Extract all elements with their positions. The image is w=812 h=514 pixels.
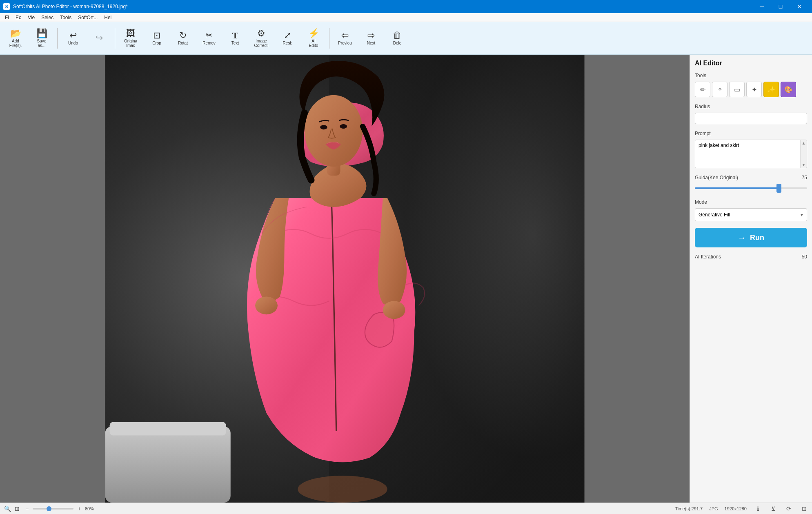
panel-title: AI Editor — [695, 60, 807, 67]
original-image-icon: 🖼 — [126, 29, 135, 38]
photo-canvas — [0, 55, 690, 503]
resize-label: Resi: — [283, 41, 292, 45]
rotate-button[interactable]: ↻ Rotat — [171, 24, 195, 53]
menu-tools[interactable]: Tools — [57, 14, 75, 21]
magic-wand-icon: ✦ — [752, 86, 757, 93]
original-image-button[interactable]: 🖼 OriginaImac — [118, 24, 143, 53]
crop-icon: ⊡ — [153, 31, 160, 40]
previous-label: Previou — [338, 41, 352, 45]
iterations-label: AI Iterations — [695, 254, 721, 260]
ai-editor-button[interactable]: ⚡ AIEdito — [301, 24, 326, 53]
window-title: SoftOrbits AI Photo Editor - woman-97088… — [13, 4, 128, 9]
save-as-button[interactable]: 💾 Saveas... — [29, 24, 54, 53]
save-icon: 💾 — [36, 29, 47, 38]
menu-view[interactable]: Vie — [24, 14, 38, 21]
undo-button[interactable]: ↩ Undo — [61, 24, 85, 53]
svg-point-6 — [305, 95, 363, 167]
format-label: JPG — [709, 506, 718, 511]
canvas-area[interactable] — [0, 55, 690, 503]
svg-point-10 — [383, 301, 405, 319]
ai-editor-label: AIEdito — [309, 39, 318, 48]
text-label: Text — [231, 41, 239, 45]
menu-softorbits[interactable]: SoftOrt... — [75, 14, 101, 21]
crop-label: Crop — [152, 41, 161, 45]
zoom-percent: 80% — [85, 506, 94, 511]
add-files-icon: 📂 — [10, 29, 21, 38]
scroll-up-arrow[interactable]: ▲ — [802, 141, 806, 145]
tools-row: ✏ ⌖ ▭ ✦ ✨ 🎨 — [695, 82, 807, 97]
toolbar: 📂 AddFile(s). 💾 Saveas... ↩ Undo ↪ 🖼 Ori… — [0, 22, 812, 55]
zoom-controls: 🔍 ⊞ − + 80% — [3, 505, 94, 513]
scroll-down-arrow[interactable]: ▼ — [802, 162, 806, 167]
guidance-slider-track[interactable] — [695, 184, 807, 193]
original-image-label: OriginaImac — [124, 39, 137, 48]
zoom-minus-button[interactable]: − — [23, 505, 31, 513]
previous-button[interactable]: ⇦ Previou — [333, 24, 357, 53]
sparkle-tool[interactable]: ✨ — [763, 82, 779, 97]
main-area: AI Editor Tools ✏ ⌖ ▭ ✦ ✨ 🎨 Ra — [0, 55, 812, 503]
guidance-header: Guida(Kee Original) 75 — [695, 175, 807, 180]
add-files-label: AddFile(s). — [9, 39, 22, 48]
ai-editor-icon: ⚡ — [308, 29, 319, 38]
brush-tool[interactable]: ✏ — [695, 82, 710, 97]
window-controls: ─ □ ✕ — [752, 0, 809, 13]
separator-3 — [329, 28, 329, 49]
run-button[interactable]: → Run — [695, 228, 807, 247]
lasso-icon: ⌖ — [718, 86, 722, 93]
palette-tool[interactable]: 🎨 — [781, 82, 796, 97]
magic-wand-tool[interactable]: ✦ — [746, 82, 762, 97]
text-icon: T — [232, 31, 238, 40]
zoom-fit-button[interactable]: 🔍 — [3, 505, 11, 513]
add-files-button[interactable]: 📂 AddFile(s). — [3, 24, 28, 53]
zoom-slider[interactable] — [33, 508, 73, 510]
status-right: Time(s):291.7 JPG 1920x1280 ℹ ⊻ ⟳ ⊡ — [675, 504, 809, 513]
menu-select[interactable]: Selec — [38, 14, 57, 21]
guidance-slider-thumb[interactable] — [776, 184, 781, 193]
image-correction-button[interactable]: ⚙ ImageCorrecti — [249, 24, 274, 53]
palette-icon: 🎨 — [784, 86, 792, 93]
remove-button[interactable]: ✂ Remov — [197, 24, 221, 53]
run-label: Run — [750, 234, 764, 242]
close-button[interactable]: ✕ — [790, 0, 809, 13]
redo-button[interactable]: ↪ — [87, 24, 111, 53]
prompt-section: Prompt pink jaket and skirt ▲ ▼ — [695, 131, 807, 168]
prompt-textarea-wrap: pink jaket and skirt ▲ ▼ — [695, 140, 807, 168]
svg-rect-2 — [105, 427, 231, 503]
maximize-button[interactable]: □ — [771, 0, 790, 13]
mode-select-wrap: Generative Fill Inpainting Outpainting ▼ — [695, 208, 807, 221]
mode-section: Mode Generative Fill Inpainting Outpaint… — [695, 199, 807, 221]
guidance-section: Guida(Kee Original) 75 — [695, 175, 807, 193]
minimize-button[interactable]: ─ — [752, 0, 771, 13]
download-button[interactable]: ⊻ — [769, 504, 778, 513]
status-bar: 🔍 ⊞ − + 80% Time(s):291.7 JPG 1920x1280 … — [0, 503, 812, 514]
menu-file[interactable]: Fi — [2, 14, 12, 21]
resize-button[interactable]: ⤢ Resi: — [275, 24, 300, 53]
previous-icon: ⇦ — [341, 31, 349, 40]
lasso-tool[interactable]: ⌖ — [712, 82, 727, 97]
mode-label: Mode — [695, 199, 807, 205]
mode-dropdown[interactable]: Generative Fill Inpainting Outpainting — [695, 208, 807, 221]
run-arrow-icon: → — [738, 233, 746, 243]
zoom-plus-button[interactable]: + — [75, 505, 83, 513]
radius-label: Radius — [695, 104, 807, 109]
fullscreen-button[interactable]: ⊡ — [800, 504, 809, 513]
refresh-button[interactable]: ⟳ — [784, 504, 793, 513]
svg-point-7 — [320, 125, 327, 129]
svg-rect-3 — [110, 422, 226, 436]
guidance-value: 75 — [802, 175, 807, 180]
next-icon: ⇨ — [367, 31, 375, 40]
svg-point-4 — [298, 476, 387, 503]
rotate-label: Rotat — [178, 41, 188, 45]
info-button[interactable]: ℹ — [753, 504, 762, 513]
menu-help[interactable]: Hel — [101, 14, 115, 21]
text-button[interactable]: T Text — [223, 24, 247, 53]
crop-button[interactable]: ⊡ Crop — [145, 24, 169, 53]
separator-1 — [57, 28, 58, 49]
next-button[interactable]: ⇨ Next — [359, 24, 383, 53]
prompt-textarea[interactable]: pink jaket and skirt — [695, 140, 800, 168]
rect-select-tool[interactable]: ▭ — [729, 82, 745, 97]
zoom-actual-button[interactable]: ⊞ — [13, 505, 21, 513]
sparkle-icon: ✨ — [767, 86, 775, 93]
delete-button[interactable]: 🗑 Dele — [385, 24, 409, 53]
menu-edit[interactable]: Ec — [12, 14, 24, 21]
